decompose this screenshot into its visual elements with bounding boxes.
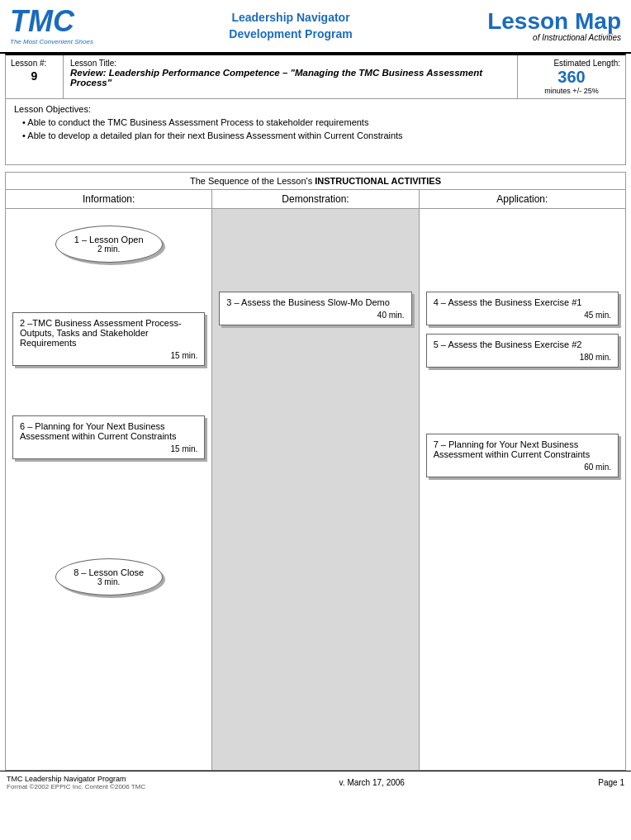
col-demo: 3 – Assess the Business Slow-Mo Demo 40 … xyxy=(212,209,419,770)
act5-time: 180 min. xyxy=(434,353,611,362)
act8-container: 8 – Lesson Close 3 min. xyxy=(12,558,205,596)
lesson-title-label: Lesson Title: xyxy=(70,59,510,68)
act8-label: 8 – Lesson Close xyxy=(74,567,144,577)
logo-tagline: The Most Convenient Shoes xyxy=(10,38,109,45)
estimated-unit: minutes +/- 25% xyxy=(523,87,620,95)
col-info: 1 – Lesson Open 2 min. 2 –TMC Business A… xyxy=(6,209,212,770)
footer: TMC Leadership Navigator Program Format … xyxy=(0,771,631,794)
act6-box: 6 – Planning for Your Next Business Asse… xyxy=(12,415,205,459)
act3-label: 3 – Assess the Business Slow-Mo Demo xyxy=(226,297,389,307)
act1-oval: 1 – Lesson Open 2 min. xyxy=(55,225,163,263)
act5-container: 5 – Assess the Business Exercise #2 180 … xyxy=(426,334,619,368)
objective-item-1: • Able to conduct the TMC Business Asses… xyxy=(14,117,617,127)
column-headers: Information: Demonstration: Application: xyxy=(5,189,626,209)
tmc-logo: TMC xyxy=(10,7,109,36)
objectives-title: Lesson Objectives: xyxy=(14,104,617,114)
program-title-area: Leadership Navigator Development Program xyxy=(109,10,472,42)
col-header-info: Information: xyxy=(6,190,212,208)
sequence-header: The Sequence of the Lesson's INSTRUCTION… xyxy=(5,172,626,189)
act2-label: 2 –TMC Business Assessment Process- Outp… xyxy=(20,318,182,348)
activity-area: 1 – Lesson Open 2 min. 2 –TMC Business A… xyxy=(5,209,626,771)
footer-program: TMC Leadership Navigator Program xyxy=(7,775,145,783)
act6-container: 6 – Planning for Your Next Business Asse… xyxy=(12,415,205,459)
act6-label: 6 – Planning for Your Next Business Asse… xyxy=(20,421,177,441)
act1-label: 1 – Lesson Open xyxy=(74,235,144,244)
act7-container: 7 – Planning for Your Next Business Asse… xyxy=(426,434,619,477)
logo-area: TMC The Most Convenient Shoes xyxy=(10,7,109,45)
col-header-app: Application: xyxy=(420,190,625,208)
act2-box: 2 –TMC Business Assessment Process- Outp… xyxy=(12,312,205,366)
footer-page: Page 1 xyxy=(598,778,624,787)
lesson-title: Review: Leadership Performance Competenc… xyxy=(70,68,510,88)
act1-container: 1 – Lesson Open 2 min. xyxy=(12,225,205,263)
act3-box: 3 – Assess the Business Slow-Mo Demo 40 … xyxy=(219,292,411,325)
act5-label: 5 – Assess the Business Exercise #2 xyxy=(434,339,582,349)
act7-time: 60 min. xyxy=(434,463,611,472)
estimated-label: Estimated Length: xyxy=(523,59,620,68)
act1-time: 2 min. xyxy=(69,244,149,254)
estimated-cell: Estimated Length: 360 minutes +/- 25% xyxy=(518,55,625,98)
lesson-map-area: Lesson Map of Instructional Activities xyxy=(472,10,621,42)
footer-date: v. March 17, 2006 xyxy=(339,778,405,787)
act3-time: 40 min. xyxy=(226,311,404,320)
lesson-info-row: Lesson #: 9 Lesson Title: Review: Leader… xyxy=(5,54,626,99)
col-app: 4 – Assess the Business Exercise #1 45 m… xyxy=(420,209,625,770)
act4-box: 4 – Assess the Business Exercise #1 45 m… xyxy=(426,292,619,325)
lesson-title-cell: Lesson Title: Review: Leadership Perform… xyxy=(64,55,518,98)
act7-box: 7 – Planning for Your Next Business Asse… xyxy=(426,434,619,477)
act8-time: 3 min. xyxy=(69,577,149,586)
objective-item-2: • Able to develop a detailed plan for th… xyxy=(14,131,617,140)
act4-time: 45 min. xyxy=(434,311,611,320)
objectives-section: Lesson Objectives: • Able to conduct the… xyxy=(5,99,626,165)
act6-time: 15 min. xyxy=(20,444,197,453)
lesson-number-label: Lesson #: xyxy=(11,59,58,68)
col-header-demo: Demonstration: xyxy=(212,190,419,208)
act2-container: 2 –TMC Business Assessment Process- Outp… xyxy=(12,312,205,366)
act4-label: 4 – Assess the Business Exercise #1 xyxy=(434,297,582,307)
act7-label: 7 – Planning for Your Next Business Asse… xyxy=(434,439,591,459)
act8-oval: 8 – Lesson Close 3 min. xyxy=(55,558,163,596)
header: TMC The Most Convenient Shoes Leadership… xyxy=(0,0,631,54)
program-title: Leadership Navigator Development Program xyxy=(109,10,472,42)
lesson-map-subtitle: of Instructional Activities xyxy=(472,33,621,42)
act3-container: 3 – Assess the Business Slow-Mo Demo 40 … xyxy=(219,292,411,325)
act2-time: 15 min. xyxy=(20,351,197,360)
lesson-map-title: Lesson Map xyxy=(472,10,621,33)
act4-container: 4 – Assess the Business Exercise #1 45 m… xyxy=(426,292,619,325)
lesson-number-cell: Lesson #: 9 xyxy=(6,55,64,98)
footer-left: TMC Leadership Navigator Program Format … xyxy=(7,775,145,790)
act5-box: 5 – Assess the Business Exercise #2 180 … xyxy=(426,334,619,368)
footer-copyright: Format ©2002 EPPIC Inc. Content ©2006 TM… xyxy=(7,783,145,790)
lesson-number: 9 xyxy=(11,68,58,83)
estimated-value: 360 xyxy=(523,68,620,87)
